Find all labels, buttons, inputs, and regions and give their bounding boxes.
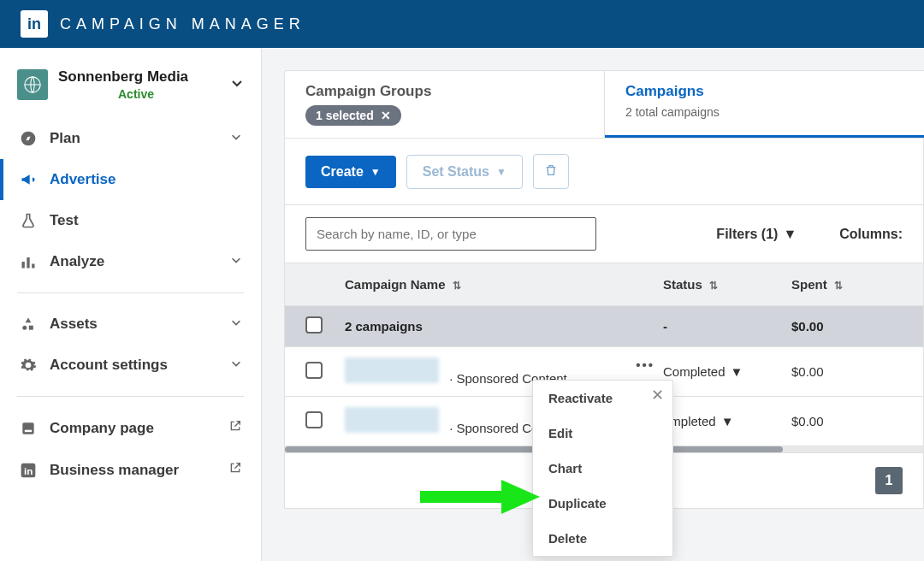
sidebar-item-advertise[interactable]: Advertise [0, 159, 261, 200]
sidebar-item-label: Advertise [50, 171, 116, 188]
menu-item-chart[interactable]: Chart [533, 451, 672, 486]
svg-rect-6 [29, 326, 33, 330]
svg-rect-7 [22, 422, 33, 434]
sort-icon: ⇅ [709, 280, 718, 292]
divider [17, 292, 244, 293]
menu-item-duplicate[interactable]: Duplicate [533, 486, 672, 521]
account-name: Sonnenberg Media [58, 68, 230, 86]
button-label: Create [321, 164, 364, 180]
tab-subtitle: 2 total campaigns [625, 105, 903, 119]
app-title: CAMPAIGN MANAGER [60, 15, 305, 33]
chip-label: 1 selected [316, 109, 374, 122]
campaign-name-redacted [345, 357, 439, 383]
sidebar-item-business-manager[interactable]: in Business manager [0, 449, 261, 491]
sidebar-item-label: Company page [50, 420, 154, 437]
selection-chip[interactable]: 1 selected ✕ [305, 105, 401, 126]
tab-title: Campaigns [625, 83, 903, 100]
summary-name: 2 campaigns [345, 319, 663, 334]
col-status-header[interactable]: Status⇅ [663, 277, 791, 292]
svg-text:in: in [24, 465, 33, 476]
chevron-down-icon [230, 316, 242, 333]
svg-rect-3 [27, 257, 29, 269]
svg-rect-4 [32, 264, 34, 269]
sidebar-item-account-settings[interactable]: Account settings [0, 345, 261, 386]
sidebar-item-plan[interactable]: Plan [0, 118, 261, 159]
status-text: Completed [663, 364, 726, 379]
caret-down-icon[interactable]: ▼ [721, 414, 734, 428]
sidebar-item-label: Test [50, 212, 79, 229]
row-actions-button[interactable]: ••• [627, 357, 663, 372]
chevron-down-icon [230, 357, 242, 374]
sidebar-item-test[interactable]: Test [0, 200, 261, 241]
sort-icon: ⇅ [453, 280, 461, 292]
summary-row: 2 campaigns - $0.00 [284, 306, 924, 347]
bar-chart-icon [19, 253, 38, 270]
table-header: Campaign Name⇅ Status⇅ Spent⇅ [284, 263, 924, 306]
shapes-icon [19, 316, 38, 333]
set-status-button[interactable]: Set Status ▼ [406, 155, 523, 189]
app-header: in CAMPAIGN MANAGER [0, 0, 924, 48]
chevron-down-icon [230, 76, 244, 93]
caret-down-icon: ▼ [370, 166, 381, 178]
svg-rect-2 [22, 262, 25, 269]
svg-point-5 [22, 326, 27, 330]
external-link-icon [228, 419, 242, 437]
button-label: Set Status [423, 164, 489, 180]
menu-item-edit[interactable]: Edit [533, 416, 672, 451]
divider [17, 396, 244, 397]
linkedin-icon: in [19, 462, 38, 479]
menu-item-delete[interactable]: Delete [533, 521, 672, 556]
page-button[interactable]: 1 [875, 467, 903, 494]
tab-campaigns[interactable]: Campaigns 2 total campaigns [605, 71, 924, 138]
sidebar-item-label: Business manager [50, 462, 179, 479]
sidebar-item-label: Account settings [50, 357, 168, 374]
row-context-menu: ✕ Reactivate Edit Chart Duplicate Delete [532, 380, 673, 557]
sidebar-item-label: Plan [50, 130, 80, 147]
sidebar-item-company-page[interactable]: Company page [0, 407, 261, 449]
account-status: Active [118, 87, 230, 101]
external-link-icon [228, 461, 242, 479]
delete-button[interactable] [533, 154, 569, 189]
gear-icon [19, 357, 38, 374]
close-icon[interactable]: ✕ [651, 386, 664, 405]
row-checkbox[interactable] [305, 362, 323, 379]
sidebar-item-label: Analyze [50, 253, 104, 270]
account-icon [17, 69, 48, 100]
row-checkbox[interactable] [305, 411, 323, 428]
annotation-arrow-icon [416, 475, 544, 518]
tab-title: Campaign Groups [305, 83, 583, 100]
flask-icon [19, 212, 38, 229]
campaign-suffix: · Sponsored Con [449, 421, 546, 435]
account-switcher[interactable]: Sonnenberg Media Active [0, 68, 261, 118]
columns-button[interactable]: Columns: [839, 227, 903, 242]
sidebar-item-assets[interactable]: Assets [0, 304, 261, 345]
sidebar-item-analyze[interactable]: Analyze [0, 241, 261, 282]
page-icon [19, 420, 38, 437]
tabs: Campaign Groups 1 selected ✕ Campaigns 2… [284, 70, 924, 139]
megaphone-icon [19, 171, 38, 188]
spent-cell: $0.00 [791, 364, 903, 379]
filters-button[interactable]: Filters (1) ▼ [716, 227, 797, 242]
search-row: Filters (1) ▼ Columns: [284, 205, 924, 263]
toolbar: Create ▼ Set Status ▼ [284, 139, 924, 205]
campaign-name-redacted [345, 407, 439, 433]
main-content: Campaign Groups 1 selected ✕ Campaigns 2… [262, 48, 924, 561]
svg-rect-8 [25, 429, 32, 432]
sidebar: Sonnenberg Media Active Plan Advertise [0, 48, 262, 561]
tab-campaign-groups[interactable]: Campaign Groups 1 selected ✕ [285, 71, 605, 138]
create-button[interactable]: Create ▼ [305, 156, 396, 188]
spent-cell: $0.00 [791, 414, 903, 428]
search-input[interactable] [305, 217, 596, 251]
caret-down-icon: ▼ [496, 166, 506, 178]
summary-status: - [663, 319, 791, 334]
col-name-header[interactable]: Campaign Name⇅ [345, 277, 663, 292]
trash-icon [544, 167, 558, 180]
filters-label: Filters (1) [716, 227, 778, 242]
col-spent-header[interactable]: Spent⇅ [791, 277, 903, 292]
select-all-checkbox[interactable] [305, 316, 323, 334]
caret-down-icon[interactable]: ▼ [731, 364, 743, 379]
linkedin-logo-icon: in [21, 10, 48, 38]
close-icon[interactable]: ✕ [381, 109, 391, 122]
caret-down-icon: ▼ [783, 227, 797, 242]
sort-icon: ⇅ [834, 280, 843, 292]
